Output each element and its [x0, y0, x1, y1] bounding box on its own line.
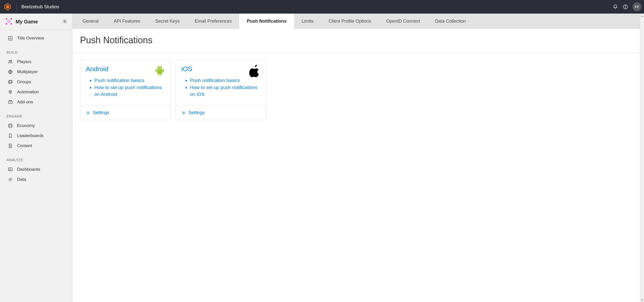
playfab-logo-icon[interactable] [3, 2, 12, 11]
tab-openid-connect[interactable]: OpenID Connect [379, 14, 427, 29]
svg-point-28 [160, 67, 161, 68]
card-title-ios[interactable]: iOS [181, 65, 260, 73]
settings-label: Settings [93, 110, 109, 115]
svg-point-6 [11, 19, 12, 19]
nav-label: Automation [17, 90, 39, 95]
divider [17, 2, 17, 11]
game-icon [6, 18, 12, 25]
svg-point-20 [9, 124, 12, 125]
nav-label: Dashboards [17, 167, 40, 172]
link-android-setup[interactable]: How to set up push notifications on Andr… [94, 84, 165, 98]
tab-client-profile-options[interactable]: Client Profile Options [321, 14, 379, 29]
svg-rect-4 [8, 20, 10, 23]
nav-label: Content [17, 143, 32, 148]
user-avatar[interactable]: KE [632, 2, 641, 11]
game-settings-icon[interactable] [62, 19, 67, 25]
globe-icon [8, 69, 13, 74]
platform-cards: Android [72, 53, 640, 127]
game-header: My Game [0, 14, 72, 30]
sidebar-item-dashboards[interactable]: Dashboards [0, 164, 72, 175]
nav-label: Title Overview [17, 36, 44, 41]
sidebar-item-automation[interactable]: Automation [0, 87, 72, 97]
link-ios-setup[interactable]: How to set up push notifications on iOS [190, 84, 260, 98]
avatar-initials: KE [635, 5, 639, 9]
gear-icon [86, 111, 90, 115]
players-icon [8, 59, 13, 64]
document-icon [8, 143, 13, 148]
sidebar-item-data[interactable]: Data [0, 175, 72, 185]
svg-rect-24 [163, 69, 164, 72]
card-android: Android [80, 60, 171, 120]
sidebar-item-players[interactable]: Players [0, 57, 72, 67]
top-bar: Beelzebub Studios KE [0, 0, 644, 14]
main-content: General API Features Secret Keys Email P… [72, 14, 640, 302]
nav-label: Add-ons [17, 100, 33, 105]
economy-icon [8, 123, 13, 128]
scroll-down-icon[interactable]: ▾ [640, 297, 644, 302]
page-title: Push Notifications [80, 35, 632, 46]
sidebar-item-addons[interactable]: Add-ons [0, 97, 72, 107]
svg-marker-1 [6, 5, 9, 9]
nav-label: Players [17, 59, 31, 64]
tab-api-features[interactable]: API Features [106, 14, 148, 29]
section-build: BUILD [0, 43, 72, 57]
groups-icon [8, 79, 13, 84]
svg-point-17 [10, 92, 10, 92]
sidebar-item-multiplayer[interactable]: Multiplayer [0, 67, 72, 77]
svg-point-12 [11, 60, 12, 61]
svg-rect-26 [161, 65, 162, 67]
svg-rect-23 [155, 69, 157, 72]
dashboards-icon [8, 167, 13, 172]
sidebar-item-title-overview[interactable]: Title Overview [0, 33, 72, 43]
nav-label: Economy [17, 123, 35, 128]
automation-icon [8, 90, 13, 95]
svg-point-30 [183, 112, 184, 113]
tab-general[interactable]: General [75, 14, 106, 29]
notifications-icon[interactable] [610, 2, 620, 12]
tab-secret-keys[interactable]: Secret Keys [148, 14, 187, 29]
bookmark-icon [8, 133, 13, 138]
section-analyze: ANALYZE [0, 151, 72, 164]
svg-point-11 [9, 60, 11, 62]
svg-rect-21 [9, 168, 12, 171]
svg-rect-14 [9, 81, 12, 83]
card-ios-settings[interactable]: Settings [176, 105, 266, 120]
gear-icon [181, 111, 186, 115]
svg-rect-15 [9, 80, 12, 83]
svg-point-22 [10, 179, 11, 180]
tab-data-collection[interactable]: Data Collection [427, 14, 473, 29]
apple-icon [249, 65, 260, 78]
settings-tabs: General API Features Secret Keys Email P… [72, 14, 640, 29]
chart-icon [8, 36, 13, 41]
svg-point-7 [6, 23, 7, 24]
card-title-android[interactable]: Android [86, 65, 165, 73]
game-title: My Game [16, 19, 59, 25]
tab-push-notifications[interactable]: Push Notifications [239, 14, 294, 29]
scroll-up-icon[interactable]: ▴ [640, 14, 644, 18]
help-icon[interactable] [620, 2, 630, 12]
nav-label: Multiplayer [17, 69, 38, 74]
svg-point-27 [158, 67, 159, 68]
tab-limits[interactable]: Limits [294, 14, 321, 29]
svg-point-18 [11, 92, 11, 92]
svg-rect-25 [157, 65, 159, 67]
nav-label: Data [17, 177, 26, 182]
svg-rect-16 [9, 91, 12, 93]
sidebar-item-leaderboards[interactable]: Leaderboards [0, 131, 72, 141]
settings-label: Settings [188, 110, 205, 115]
svg-point-8 [11, 23, 12, 24]
nav-label: Groups [17, 79, 31, 84]
studio-name[interactable]: Beelzebub Studios [21, 4, 59, 10]
sidebar-item-groups[interactable]: Groups [0, 77, 72, 87]
link-android-basics[interactable]: Push notification basics [94, 77, 165, 84]
nav-label: Leaderboards [17, 133, 44, 138]
sidebar-item-economy[interactable]: Economy [0, 121, 72, 131]
vertical-scrollbar[interactable]: ▴ ▾ [640, 14, 644, 302]
tab-email-preferences[interactable]: Email Preferences [187, 14, 239, 29]
sidebar-item-content[interactable]: Content [0, 141, 72, 151]
data-icon [8, 177, 13, 182]
android-icon [155, 65, 165, 77]
card-ios: iOS Push notification basics How to set … [176, 60, 266, 120]
svg-point-9 [64, 21, 65, 22]
card-android-settings[interactable]: Settings [80, 105, 170, 120]
